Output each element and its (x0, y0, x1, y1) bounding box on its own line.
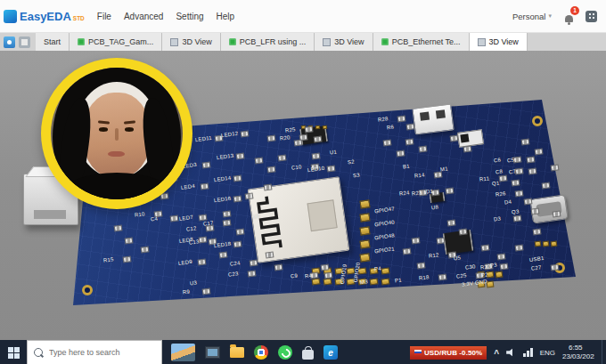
language-indicator[interactable]: ENG (540, 349, 555, 357)
chrome-icon[interactable] (254, 345, 268, 360)
presenter-avatar (41, 58, 192, 209)
folder-icon[interactable] (230, 347, 244, 358)
search-input[interactable] (47, 347, 155, 358)
logo-text: EasyEDA (20, 10, 71, 23)
taskbar-search[interactable] (27, 340, 162, 364)
tab-5-pcb-ethernet-te-[interactable]: PCB_Ethernet Te... (373, 33, 470, 51)
terminal-block (412, 103, 454, 134)
terminal-slot (420, 112, 430, 121)
clock-date: 23/03/2022 (562, 352, 594, 361)
tab-label: 3D View (489, 37, 519, 46)
whatsapp-icon[interactable] (278, 345, 292, 360)
tab-1-pcb-tag-gam-[interactable]: PCB_TAG_Gam... (70, 33, 162, 51)
cube-3d-icon (323, 38, 331, 46)
easyeda-window: EasyEDA STD File Advanced Setting Help P… (0, 0, 606, 364)
antenna-icon (254, 192, 285, 254)
pcb-doc-icon (381, 38, 389, 45)
tab-4-3d-view[interactable]: 3D View (315, 33, 373, 51)
store-icon[interactable] (302, 350, 314, 360)
tab-0-start[interactable]: Start (36, 33, 70, 51)
gold-pad (487, 280, 495, 287)
cube-3d-icon (478, 38, 486, 46)
tab-strip: StartPCB_TAG_Gam...3D ViewPCB_LFR using … (36, 33, 528, 51)
tab-label: 3D View (182, 37, 211, 46)
tab-label: Start (44, 37, 61, 46)
tab-label: 3D View (334, 37, 364, 46)
network-icon[interactable] (523, 348, 533, 357)
tab-6-3d-view[interactable]: 3D View (470, 33, 528, 51)
notification-badge: 1 (570, 6, 579, 15)
menu-help[interactable]: Help (217, 12, 235, 21)
screenshot-tool-icon[interactable] (4, 36, 15, 48)
pcb-doc-icon (229, 38, 236, 45)
avatar-lips (108, 151, 125, 157)
terminal-slot (436, 109, 446, 118)
windows-logo-icon (8, 347, 13, 352)
menu-items: File Advanced Setting Help (97, 12, 247, 21)
show-desktop-button[interactable] (602, 340, 606, 364)
tab-label: PCB_Ethernet Te... (392, 37, 461, 46)
account-label: Personal (512, 12, 546, 21)
currency-ticker[interactable]: USD/RUB -0.50% (410, 346, 487, 360)
bell-icon (565, 15, 573, 22)
tab-3-pcb-lfr-using-[interactable]: PCB_LFR using ... (221, 33, 315, 51)
avatar-photo (51, 68, 183, 199)
menu-setting[interactable]: Setting (176, 12, 203, 21)
start-button[interactable] (0, 340, 27, 364)
volume-icon[interactable] (506, 348, 516, 357)
news-widget-icon[interactable] (171, 344, 195, 361)
camera-tool-icon[interactable] (19, 36, 30, 48)
account-menu[interactable]: Personal ▾ (512, 12, 552, 21)
ic-u5 (442, 230, 473, 255)
tab-bar: StartPCB_TAG_Gam...3D ViewPCB_LFR using … (0, 33, 606, 51)
system-tray: USD/RUB -0.50% ^ ENG 6:55 23/03/2022 (410, 340, 606, 364)
taskbar-apps (171, 344, 338, 361)
easyeda-icon[interactable] (323, 345, 338, 360)
tab-label: PCB_LFR using ... (240, 37, 307, 46)
easyeda-logo[interactable]: EasyEDA STD (4, 10, 85, 23)
monitor-icon[interactable] (205, 346, 220, 359)
avatar-eye (125, 127, 134, 132)
avatar-eye (99, 127, 108, 132)
easyeda-logo-icon (4, 10, 17, 23)
cube-3d-icon (170, 38, 178, 46)
menubar-right: Personal ▾ 1 (512, 10, 606, 22)
menu-advanced[interactable]: Advanced (124, 12, 163, 21)
avatar-nose (115, 128, 119, 141)
esp32-module (248, 176, 350, 263)
tab-label: PCB_TAG_Gam... (88, 37, 153, 46)
logo-edition: STD (73, 15, 85, 21)
tray-expand-icon[interactable]: ^ (494, 349, 499, 359)
pcb-doc-icon (78, 38, 85, 45)
taskbar-clock[interactable]: 6:55 23/03/2022 (562, 344, 594, 361)
menu-file[interactable]: File (97, 12, 111, 21)
chevron-down-icon: ▾ (548, 12, 552, 20)
3d-viewport[interactable]: LED11LED12LED3LED13LED4LED14LED16LED7C17… (0, 51, 606, 340)
taskbar: USD/RUB -0.50% ^ ENG 6:55 23/03/2022 (0, 340, 606, 364)
tab-2-3d-view[interactable]: 3D View (162, 33, 220, 51)
notifications-button[interactable]: 1 (562, 10, 575, 22)
usb-connector (529, 194, 569, 223)
apps-grid-icon[interactable] (586, 11, 597, 22)
search-icon (34, 348, 43, 357)
clock-time: 6:55 (569, 344, 583, 352)
menu-bar: EasyEDA STD File Advanced Setting Help P… (0, 0, 606, 33)
